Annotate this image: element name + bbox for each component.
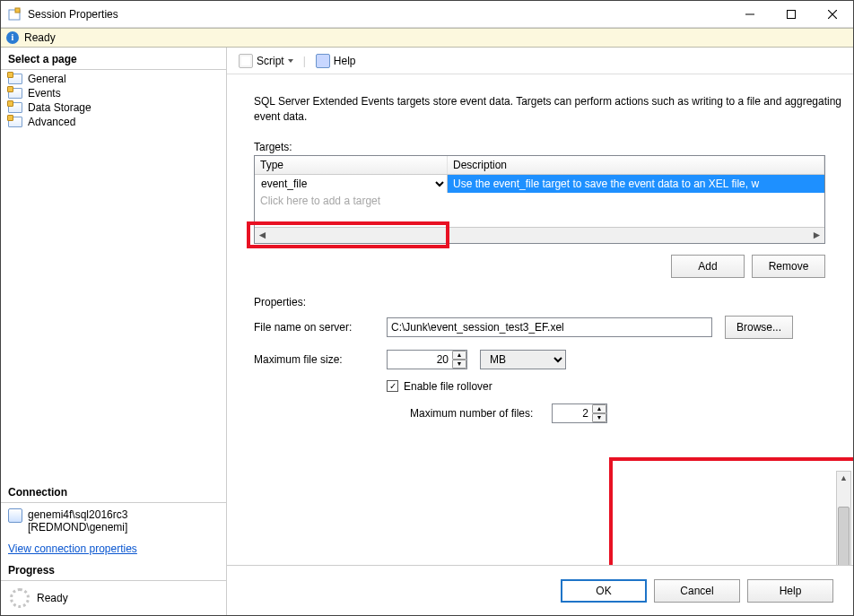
help-label: Help	[334, 55, 356, 67]
close-button[interactable]	[812, 1, 853, 28]
info-icon: i	[6, 31, 19, 44]
scroll-right-icon[interactable]: ►	[809, 229, 824, 241]
page-description: SQL Server Extended Events targets store…	[254, 94, 844, 125]
add-target-placeholder[interactable]: Click here to add a target	[255, 193, 824, 209]
help-button[interactable]: Help	[309, 51, 362, 71]
column-type-header[interactable]: Type	[255, 156, 448, 174]
view-connection-properties-link[interactable]: View connection properties	[1, 539, 144, 559]
max-files-spinner[interactable]: ▲▼	[592, 404, 606, 422]
chevron-down-icon	[288, 59, 293, 63]
targets-row[interactable]: event_file Use the event_file target to …	[255, 175, 824, 193]
connection-item: genemi4f\sql2016rc3 [REDMOND\genemi]	[1, 503, 226, 539]
column-description-header[interactable]: Description	[448, 156, 824, 174]
page-events-label: Events	[28, 87, 61, 100]
scroll-up-icon[interactable]: ▲	[840, 473, 848, 482]
max-file-size-label: Maximum file size:	[254, 353, 374, 366]
targets-table: Type Description event_file Use the even…	[254, 155, 825, 244]
progress-header: Progress	[1, 559, 226, 581]
highlight-box-properties	[609, 457, 853, 565]
scrollbar-thumb[interactable]	[838, 507, 850, 565]
page-icon	[8, 88, 22, 99]
page-list: General Events Data Storage Advanced	[1, 70, 226, 134]
add-button[interactable]: Add	[671, 255, 745, 278]
targets-label: Targets:	[254, 141, 844, 153]
scroll-left-icon[interactable]: ◄	[255, 229, 270, 241]
server-icon	[8, 508, 22, 523]
toolbar: Script | Help	[227, 48, 853, 74]
page-data-storage[interactable]: Data Storage	[1, 100, 226, 115]
max-files-label: Maximum number of files:	[387, 407, 539, 420]
right-panel: Script | Help SQL Server Extended Events…	[227, 48, 853, 615]
svg-rect-1	[15, 8, 20, 13]
browse-button[interactable]: Browse...	[725, 316, 793, 339]
connection-header: Connection	[1, 481, 226, 503]
help-icon	[316, 54, 330, 68]
page-advanced[interactable]: Advanced	[1, 115, 226, 129]
status-text: Ready	[24, 31, 56, 44]
properties-label: Properties:	[254, 296, 844, 308]
connection-server: genemi4f\sql2016rc3	[28, 508, 127, 521]
script-icon	[239, 54, 253, 68]
page-icon	[8, 102, 22, 113]
progress-text: Ready	[37, 592, 68, 604]
status-bar: i Ready	[1, 28, 853, 48]
progress-spinner-icon	[10, 588, 30, 608]
remove-button[interactable]: Remove	[752, 255, 825, 278]
maximize-button[interactable]	[771, 1, 812, 28]
titlebar: Session Properties	[1, 1, 853, 28]
window-title: Session Properties	[28, 8, 729, 21]
page-advanced-label: Advanced	[28, 116, 75, 128]
target-description-cell[interactable]: Use the event_file target to save the ev…	[448, 175, 824, 193]
connection-user: [REDMOND\genemi]	[28, 521, 127, 534]
cancel-button[interactable]: Cancel	[654, 579, 740, 603]
page-icon	[8, 74, 22, 84]
left-panel: Select a page General Events Data Storag…	[1, 48, 227, 615]
max-file-size-unit-select[interactable]: MB	[480, 350, 566, 369]
page-general[interactable]: General	[1, 72, 226, 86]
page-general-label: General	[28, 73, 66, 85]
page-events[interactable]: Events	[1, 86, 226, 100]
script-label: Script	[257, 55, 284, 67]
session-properties-window: Session Properties i Ready Select a page…	[0, 0, 854, 616]
ok-button[interactable]: OK	[561, 579, 647, 603]
file-name-label: File name on server:	[254, 321, 374, 334]
properties-vertical-scrollbar[interactable]: ▲ ▼	[836, 471, 851, 565]
dialog-footer: OK Cancel Help	[227, 565, 853, 615]
page-icon	[8, 117, 22, 127]
enable-rollover-label: Enable file rollover	[404, 380, 492, 393]
svg-rect-3	[788, 10, 796, 18]
select-a-page-header: Select a page	[1, 48, 226, 70]
enable-rollover-checkbox[interactable]: ✓	[387, 380, 398, 392]
script-button[interactable]: Script	[232, 51, 300, 71]
minimize-button[interactable]	[729, 1, 771, 28]
app-icon	[8, 7, 22, 22]
targets-horizontal-scrollbar[interactable]: ◄ ►	[255, 227, 824, 243]
footer-help-button[interactable]: Help	[747, 579, 833, 603]
max-file-size-spinner[interactable]: ▲▼	[452, 351, 466, 369]
file-name-input[interactable]	[387, 317, 712, 337]
target-type-select[interactable]: event_file	[255, 175, 448, 193]
page-data-storage-label: Data Storage	[28, 101, 92, 114]
